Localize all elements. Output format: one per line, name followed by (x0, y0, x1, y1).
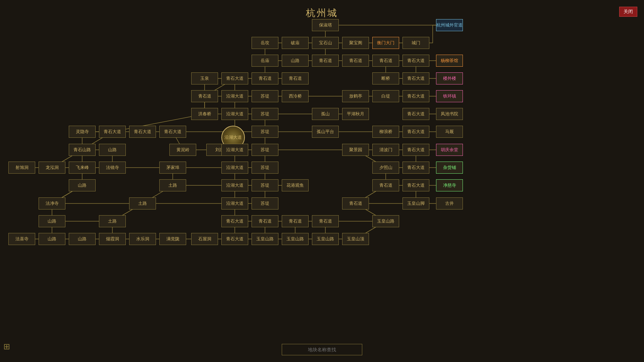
node-lou_wai_lou[interactable]: 楼外楼 (436, 72, 463, 84)
node-qing_shi_dao10[interactable]: 青石道 (282, 215, 309, 227)
node-qing_shi_dao3[interactable]: 青石道 (372, 55, 399, 67)
node-feng_chi_shu_yuan[interactable]: 凤池书院 (436, 108, 463, 120)
node-qing_shi_dao5[interactable]: 青石道 (282, 72, 309, 84)
node-jing_ci_si[interactable]: 净慈寺 (436, 179, 463, 191)
node-fa_xi_si[interactable]: 法喜寺 (8, 233, 35, 245)
node-su_di6[interactable]: 苏堤 (252, 179, 278, 191)
search-input[interactable] (282, 344, 362, 355)
node-shan_lu6[interactable]: 山路 (69, 233, 96, 245)
node-su_di3[interactable]: 苏堤 (252, 126, 278, 138)
node-yang_liu_cha_guan[interactable]: 杨柳茶馆 (436, 55, 463, 67)
close-button[interactable]: 关闭 (619, 7, 637, 17)
node-za_huo_pu[interactable]: 杂货铺 (436, 162, 463, 174)
node-qing_shi_dao4[interactable]: 青石道 (252, 72, 278, 84)
node-tu_lu1[interactable]: 土路 (159, 179, 186, 191)
node-shan_lu3[interactable]: 山路 (69, 179, 96, 191)
node-fang_he_ting[interactable]: 放鹤亭 (342, 90, 369, 102)
node-qing_shi_dao2[interactable]: 青石道 (342, 55, 369, 67)
node-qing_shi_dao8[interactable]: 青石道 (342, 197, 369, 209)
node-qing_shi_dao6[interactable]: 青石道 (191, 90, 218, 102)
node-long_hong_dong[interactable]: 龙泓洞 (39, 162, 65, 174)
node-yan_xia_dong[interactable]: 烟霞洞 (99, 233, 126, 245)
node-yu_huang_shan_lu3[interactable]: 玉皇山路 (282, 233, 309, 245)
node-yan_hu_da_dao5[interactable]: 沿湖大道 (221, 162, 248, 174)
node-gu_jing[interactable]: 古井 (436, 197, 463, 209)
node-qing_shi_shan_lu[interactable]: 青石山路 (69, 144, 96, 156)
node-hu_qing_yu_tang[interactable]: 胡庆余堂 (436, 144, 463, 156)
node-yu_huang_shan_lu4[interactable]: 玉皇山路 (312, 233, 339, 245)
node-man_jue_long[interactable]: 满觉陇 (159, 233, 186, 245)
node-gu_shan_ping_tai[interactable]: 孤山平台 (312, 126, 339, 138)
node-hangzhou_wai_guan_dao[interactable]: 杭州城外官道 (436, 19, 463, 31)
node-ma_chang[interactable]: 马厩 (436, 126, 463, 138)
node-shan_lu2[interactable]: 山路 (99, 144, 126, 156)
node-qing_shi_da_dao8[interactable]: 青石大道 (159, 126, 186, 138)
node-qing_shi_dao9[interactable]: 青石道 (252, 215, 278, 227)
node-su_di7[interactable]: 苏堤 (252, 197, 278, 209)
node-qing_shi_da_dao10[interactable]: 青石大道 (402, 144, 429, 156)
node-yue_miao[interactable]: 岳庙 (252, 55, 278, 67)
node-shi_wu_dong[interactable]: 石屋洞 (191, 233, 218, 245)
node-qing_shi_dao11[interactable]: 青石道 (312, 215, 339, 227)
node-yue_fen[interactable]: 岳坟 (252, 37, 278, 49)
node-hua_gang_guan_yu[interactable]: 花港观鱼 (282, 179, 309, 191)
node-su_di1[interactable]: 苏堤 (252, 90, 278, 102)
node-mao_jia_bu[interactable]: 茅家埠 (159, 162, 186, 174)
node-ling_yin_si[interactable]: 灵隐寺 (69, 126, 96, 138)
node-shan_lu4[interactable]: 山路 (39, 215, 65, 227)
node-she_jiu_dong[interactable]: 射旭洞 (8, 162, 35, 174)
node-xi_zhao_shan[interactable]: 夕照山 (372, 162, 399, 174)
node-ju_jing_yuan[interactable]: 聚景园 (342, 144, 369, 156)
node-qing_bo_men[interactable]: 清波门 (372, 144, 399, 156)
node-ju_bao_ge[interactable]: 聚宝阁 (342, 37, 369, 49)
node-tu_lu3[interactable]: 土路 (99, 215, 126, 227)
node-yu_huang_shan_lu[interactable]: 玉皇山路 (372, 215, 399, 227)
node-gu_shan[interactable]: 孤山 (312, 108, 339, 120)
node-qing_shi_da_dao14[interactable]: 青石大道 (221, 233, 248, 245)
node-qing_shi_da_dao9[interactable]: 青石大道 (402, 126, 429, 138)
node-cheng_men_da[interactable]: 衡门大门 (372, 37, 399, 49)
node-xi_leng_qiao[interactable]: 西泠桥 (282, 90, 309, 102)
node-yan_hu_da_dao1[interactable]: 沿湖大道 (221, 90, 248, 102)
node-qing_shi_da_dao3[interactable]: 青石大道 (402, 72, 429, 84)
node-po_miao[interactable]: 破庙 (282, 37, 309, 49)
node-qing_shi_da_dao2[interactable]: 青石大道 (221, 72, 248, 84)
node-su_di4[interactable]: 苏堤 (252, 144, 278, 156)
node-qing_shi_da_dao5[interactable]: 青石大道 (402, 108, 429, 120)
node-qing_shi_da_dao13[interactable]: 青石大道 (221, 215, 248, 227)
node-qing_shi_dao1[interactable]: 青石道 (312, 55, 339, 67)
node-yu_quan[interactable]: 玉泉 (191, 72, 218, 84)
node-bao_shi_shan[interactable]: 宝石山 (312, 37, 339, 49)
node-yan_hu_da_dao4[interactable]: 沿湖大道 (221, 144, 248, 156)
node-su_di2[interactable]: 苏堤 (252, 108, 278, 120)
node-shui_le_dong[interactable]: 水乐洞 (129, 233, 156, 245)
node-liu_lang_wen_ying[interactable]: 柳浪桥 (372, 126, 399, 138)
node-qing_shi_da_dao11[interactable]: 青石大道 (402, 162, 429, 174)
node-tu_lu2[interactable]: 土路 (129, 197, 156, 209)
node-yan_hu_da_dao7[interactable]: 沿湖大道 (221, 197, 248, 209)
node-tie_huan_zhen[interactable]: 铁环镇 (436, 90, 463, 102)
node-huang_ni_ling[interactable]: 黄泥岭 (169, 144, 196, 156)
node-qing_shi_da_dao12[interactable]: 青石大道 (402, 179, 429, 191)
node-cheng_men[interactable]: 城门 (402, 37, 429, 49)
node-fa_jing_si[interactable]: 法镜寺 (99, 162, 126, 174)
node-yu_huang_shan_jiao[interactable]: 玉皇山脚 (402, 197, 429, 209)
node-fei_lai_feng[interactable]: 飞来峰 (69, 162, 96, 174)
node-duan_qiao[interactable]: 断桥 (372, 72, 399, 84)
node-qing_shi_da_dao6[interactable]: 青石大道 (99, 126, 126, 138)
node-baochu_ta[interactable]: 保淑塔 (312, 19, 339, 31)
node-ping_hu_qiu_yue[interactable]: 平湖秋月 (342, 108, 369, 120)
node-qing_shi_da_dao7[interactable]: 青石大道 (129, 126, 156, 138)
node-yu_huang_shan_ding[interactable]: 玉皇山顶 (342, 233, 369, 245)
node-hong_chun_qiao[interactable]: 洪春桥 (191, 108, 218, 120)
node-su_di5[interactable]: 苏堤 (252, 162, 278, 174)
node-qing_shi_dao7[interactable]: 青石道 (372, 179, 399, 191)
node-shan_lu1[interactable]: 山路 (282, 55, 309, 67)
node-yu_huang_shan_lu2[interactable]: 玉皇山路 (252, 233, 278, 245)
node-qing_shi_da_dao4[interactable]: 青石大道 (402, 90, 429, 102)
node-fa_jing_si2[interactable]: 法净寺 (39, 197, 65, 209)
node-yan_hu_da_dao6[interactable]: 沿湖大道 (221, 179, 248, 191)
node-shan_lu5[interactable]: 山路 (39, 233, 65, 245)
node-bai_di[interactable]: 白堤 (372, 90, 399, 102)
node-yan_hu_da_dao2[interactable]: 沿湖大道 (221, 108, 248, 120)
